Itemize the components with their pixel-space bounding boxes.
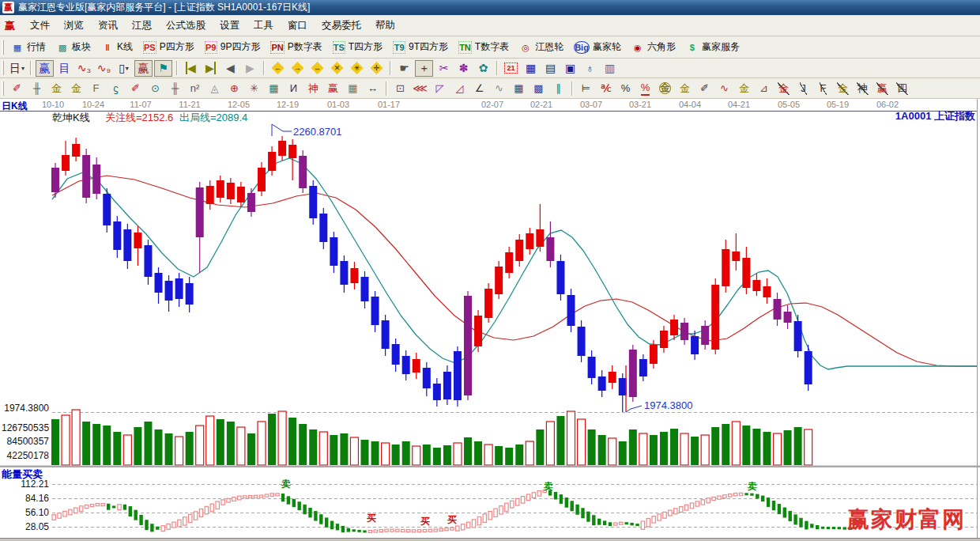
tool-button[interactable]: ✐ [126,80,145,96]
toolbar-grip[interactable] [2,81,4,96]
tool-button[interactable]: ▶ [202,60,220,77]
tool-button[interactable]: ◸ [431,80,449,96]
tool-button[interactable]: ▣ [561,60,579,77]
menu-item[interactable]: 交易委托 [315,17,368,33]
tool-button[interactable]: И [285,80,303,96]
tool-button[interactable]: 21 [502,60,520,77]
tool-button[interactable]: ℀ [597,80,615,96]
tool-button[interactable]: ♁ [581,60,599,77]
tool-button[interactable]: ✛ [368,60,386,77]
menu-item[interactable]: 文件 [23,17,57,33]
tool-button[interactable]: 金 [47,80,66,96]
tool-button[interactable]: ▥ [601,60,619,77]
tool-button[interactable]: ← [269,60,287,77]
main-tool-button[interactable]: T99T四方形 [390,38,454,56]
tool-button[interactable]: 金 [775,80,793,96]
tool-button[interactable]: F [814,80,832,96]
tool-button[interactable]: ∠ [470,80,488,96]
tool-button[interactable]: 赢 [324,80,342,96]
tool-button[interactable]: 四 [893,80,911,96]
chart-canvas[interactable] [0,99,980,541]
tool-button[interactable]: 金 [735,80,753,96]
tool-button[interactable]: ✂ [435,60,453,77]
menu-item[interactable]: 工具 [247,17,281,33]
tool-button[interactable]: F [87,80,105,96]
main-tool-button[interactable]: ▩板块 [53,38,96,56]
title-bar[interactable]: 赢 赢家江恩专业版[赢家内部服务平台] - [上证指数 SH1A0001-167… [0,0,980,16]
tool-button[interactable]: % [636,80,654,96]
tool-button[interactable]: ⚑ [154,60,172,77]
tool-button[interactable]: 目 [55,60,74,77]
tool-button[interactable]: ∿ [490,80,508,96]
tool-button[interactable]: 金 [656,80,674,96]
tool-button[interactable]: ✐ [695,80,714,96]
tool-button[interactable]: ◀ [221,60,239,77]
tool-button[interactable]: ◿ [450,80,469,96]
tool-button[interactable]: ▩ [530,80,548,96]
tool-button[interactable]: ⊿ [755,80,773,96]
toolbar-grip[interactable] [2,61,4,75]
toolbar-grip[interactable] [2,40,4,55]
tool-button[interactable]: ▦ [265,80,283,96]
tool-button[interactable]: ▦ [522,60,540,77]
tool-button[interactable]: 赢 [873,80,891,96]
main-tool-button[interactable]: $赢家服务 [683,38,745,56]
tool-button[interactable]: ⊙ [146,80,164,96]
tool-button[interactable]: ✳ [245,80,263,96]
menu-item[interactable]: 公式选股 [159,17,213,33]
tool-button[interactable]: ＋ [415,60,433,77]
tool-button[interactable]: n² [186,80,204,96]
tool-button[interactable]: ∿₃ [75,60,93,77]
tool-button[interactable]: 金 [676,80,694,96]
main-tool-button[interactable]: ‖K线 [98,38,138,56]
tool-button[interactable]: ∿ [715,80,733,96]
tool-button[interactable]: ◀ [182,60,200,77]
tool-button[interactable]: 赢 [36,60,54,77]
main-tool-button[interactable]: ◉六角形 [628,38,681,56]
tool-button[interactable]: ☛ [395,60,413,77]
tool-button[interactable]: 金 [67,80,85,96]
tool-button[interactable]: ∥ [549,80,567,96]
tool-button[interactable]: ✽ [454,60,473,77]
tool-button[interactable]: ▤ [541,60,560,77]
main-tool-button[interactable]: P99P四方形 [202,38,266,56]
tool-button[interactable]: ⊕ [225,80,243,96]
tool-button[interactable]: ◬ [205,80,224,96]
tool-button[interactable]: J [794,80,812,96]
tool-button[interactable]: ▦ [510,80,528,96]
tool-button[interactable]: ▦ [344,80,362,96]
tool-button[interactable]: ╫ [28,80,46,96]
main-tool-button[interactable]: ▦行情 [8,38,51,56]
tool-button[interactable]: ✕ [328,60,346,77]
main-tool-button[interactable]: TNT数字表 [455,38,514,56]
menu-item[interactable]: 资讯 [91,17,125,33]
tool-button[interactable]: ╫ [166,80,184,96]
tool-button[interactable]: 神 [304,80,322,96]
tool-button[interactable]: ∿₉ [95,60,113,77]
tool-button[interactable]: 赢 [134,60,153,77]
tool-button[interactable]: ✿ [474,60,492,77]
menu-item[interactable]: 窗口 [281,17,315,33]
tool-button[interactable]: % [616,80,635,96]
tool-button[interactable]: ↔ [364,80,382,96]
tool-button[interactable]: ϛ [107,80,125,96]
menu-item[interactable]: 设置 [213,17,247,33]
tool-button[interactable]: 神 [854,80,872,96]
tool-button[interactable]: ▯▾ [115,60,133,77]
tool-button[interactable]: → [288,60,307,77]
main-tool-button[interactable]: PSP四方形 [140,38,200,56]
main-tool-button[interactable]: Big赢家轮 [571,38,627,56]
menu-item[interactable]: 江恩 [125,17,159,33]
tool-button[interactable]: ✐ [8,80,26,96]
tool-button[interactable]: ▶ [241,60,259,77]
tool-button[interactable]: ↔ [308,60,326,77]
tool-button[interactable]: ⊡ [391,80,409,96]
main-tool-button[interactable]: PNP数字表 [267,38,327,56]
chart-region[interactable]: 日K线 乾坤K线 关注线=2152.6 出局线=2089.4 1A0001 上证… [0,99,980,541]
tool-button[interactable]: ✳ [348,60,366,77]
tool-button[interactable]: ⊨ [577,80,595,96]
main-tool-button[interactable]: ◎江恩轮 [516,38,569,56]
tool-button[interactable]: 金 [834,80,852,96]
menu-item[interactable]: 浏览 [57,17,91,33]
main-tool-button[interactable]: TST四方形 [330,38,388,56]
